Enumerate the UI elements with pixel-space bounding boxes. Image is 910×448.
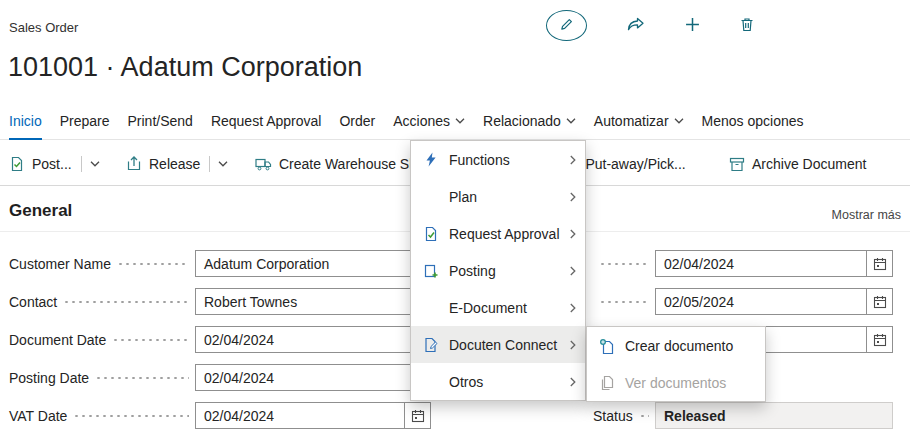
edit-button[interactable] (546, 10, 587, 41)
field-row: Document Date 02/04/2024 (9, 326, 431, 353)
docuten-connect-icon (423, 337, 439, 353)
menu-item-label: Otros (449, 374, 570, 390)
menu-item-label: Docuten Connect (449, 337, 570, 353)
split-divider (209, 156, 210, 172)
chevron-right-icon (570, 266, 576, 276)
tab-label: Acciones (393, 113, 450, 129)
dotted-leader (63, 288, 189, 315)
new-button[interactable] (685, 10, 700, 41)
chevron-down-icon[interactable] (90, 161, 100, 167)
menu-item-docuten-connect[interactable]: Docuten Connect (411, 326, 585, 363)
calendar-icon[interactable] (404, 403, 430, 428)
release-label: Release (149, 156, 200, 172)
menu-item-plan[interactable]: Plan (411, 178, 585, 215)
post-button[interactable]: Post... (9, 150, 100, 178)
share-button[interactable] (627, 10, 645, 41)
customer-name-value: Adatum Corporation (196, 256, 430, 272)
chevron-right-icon (570, 303, 576, 313)
chevron-down-icon (566, 118, 576, 124)
tab-acciones[interactable]: Acciones (393, 113, 465, 139)
split-divider (81, 156, 82, 172)
dotted-leader (73, 402, 189, 429)
customer-name-field[interactable]: Adatum Corporation (195, 250, 431, 277)
chevron-right-icon (570, 229, 576, 239)
view-documents-icon (599, 375, 615, 391)
posting-icon (423, 263, 439, 279)
vat-date-label: VAT Date (9, 408, 67, 424)
tab-print-send[interactable]: Print/Send (128, 113, 193, 139)
dotted-leader (112, 326, 189, 353)
tab-label: Order (339, 113, 375, 129)
menu-item-label: Posting (449, 263, 570, 279)
tab-inicio[interactable]: Inicio (9, 113, 42, 140)
chevron-down-icon[interactable] (218, 161, 228, 167)
contact-value: Robert Townes (196, 294, 430, 310)
tab-label: Print/Send (128, 113, 193, 129)
sales-order-page: Sales Order 101001 · Adatum Corporation … (0, 0, 910, 448)
customer-name-label: Customer Name (9, 256, 111, 272)
chevron-right-icon (570, 192, 576, 202)
chevron-right-icon (570, 155, 576, 165)
menu-item-e-document[interactable]: E-Document (411, 289, 585, 326)
contact-label: Contact (9, 294, 57, 310)
date-field-2[interactable]: 02/05/2024 (655, 288, 893, 315)
general-section-title[interactable]: General (9, 201, 72, 221)
tab-order[interactable]: Order (339, 113, 375, 139)
blank-icon (423, 189, 439, 205)
show-more-link[interactable]: Mostrar más (832, 208, 901, 222)
posting-date-field[interactable]: 02/04/2024 (195, 364, 431, 391)
contact-field[interactable]: Robert Townes (195, 288, 431, 315)
vat-date-field[interactable]: 02/04/2024 (195, 402, 431, 429)
date-field-2-value: 02/05/2024 (656, 294, 866, 310)
tab-label: Inicio (9, 113, 42, 129)
menu-item-functions[interactable]: Functions (411, 141, 585, 178)
chevron-down-icon (674, 118, 684, 124)
chevron-down-icon (455, 118, 465, 124)
document-date-field[interactable]: 02/04/2024 (195, 326, 431, 353)
status-value: Released (656, 408, 892, 424)
field-row: 02/05/2024 (585, 288, 893, 315)
page-caption: Sales Order (9, 20, 78, 35)
tab-label: Prepare (60, 113, 110, 129)
blank-icon (423, 374, 439, 390)
calendar-icon[interactable] (866, 289, 892, 314)
docuten-connect-submenu: Crear documento Ver documentos (586, 326, 766, 402)
delete-button[interactable] (740, 10, 754, 41)
menu-bar: Inicio Prepare Print/Send Request Approv… (0, 104, 910, 140)
vat-date-value: 02/04/2024 (196, 408, 404, 424)
menu-item-request-approval[interactable]: Request Approval (411, 215, 585, 252)
tab-label: Menos opciones (702, 113, 804, 129)
document-date-value: 02/04/2024 (196, 332, 430, 348)
post-icon (9, 156, 25, 172)
menu-item-label: E-Document (449, 300, 570, 316)
dotted-leader (639, 402, 649, 429)
trash-icon (740, 17, 754, 35)
menu-item-label: Plan (449, 189, 570, 205)
tab-prepare[interactable]: Prepare (60, 113, 110, 139)
plus-icon (685, 17, 700, 35)
posting-date-label: Posting Date (9, 370, 89, 386)
archive-document-button[interactable]: Archive Document (729, 150, 866, 178)
dotted-leader (599, 288, 649, 315)
create-document-icon (599, 338, 615, 354)
post-label: Post... (32, 156, 72, 172)
tab-label: Request Approval (211, 113, 322, 129)
calendar-icon[interactable] (866, 251, 892, 276)
posting-date-value: 02/04/2024 (196, 370, 430, 386)
top-action-bar (546, 10, 754, 41)
menu-item-otros[interactable]: Otros (411, 363, 585, 400)
submenu-item-label: Ver documentos (625, 375, 755, 391)
release-button[interactable]: Release (126, 150, 228, 178)
submenu-item-crear-documento[interactable]: Crear documento (587, 327, 765, 364)
menu-item-posting[interactable]: Posting (411, 252, 585, 289)
dotted-leader (117, 250, 189, 277)
calendar-icon[interactable] (866, 327, 892, 352)
date-field-1[interactable]: 02/04/2024 (655, 250, 893, 277)
warehouse-shipment-icon (255, 157, 272, 171)
tab-relacionado[interactable]: Relacionado (483, 113, 576, 139)
tab-menos-opciones[interactable]: Menos opciones (702, 113, 804, 139)
menu-item-label: Functions (449, 152, 570, 168)
tab-automatizar[interactable]: Automatizar (594, 113, 684, 139)
release-icon (126, 156, 142, 172)
tab-request-approval[interactable]: Request Approval (211, 113, 322, 139)
